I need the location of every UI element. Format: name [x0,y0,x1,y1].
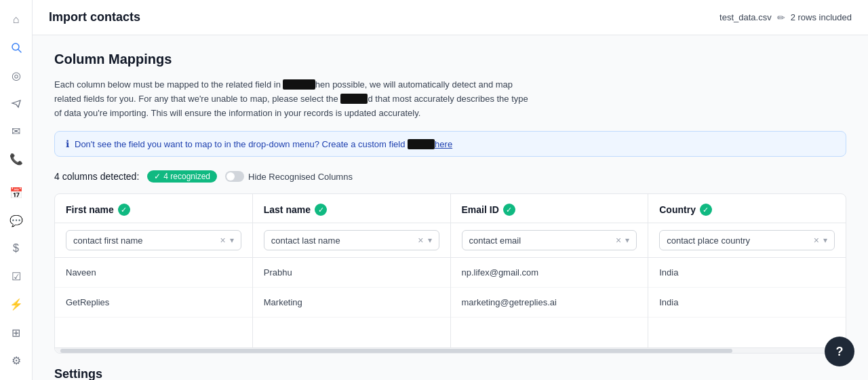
table-row: Marketing [253,288,450,318]
header: Import contacts test_data.csv ✏ 2 rows i… [33,0,868,35]
chat-icon[interactable]: 💬 [4,210,28,232]
columns-label: 4 columns detected: [54,171,139,182]
column-country: Country ✓ contact place country × ▾ Indi… [648,194,846,347]
phone-icon[interactable]: 📞 [4,148,28,170]
column-email-id: Email ID ✓ contact email × ▾ np.lifex@gm… [451,194,649,347]
col-header-email: Email ID ✓ [451,194,648,223]
edit-icon[interactable]: ✏ [777,12,785,23]
select-value-last-name: contact last name [271,235,414,246]
rows-included: 2 rows included [791,12,852,22]
col-header-last-name: Last name ✓ [253,194,450,223]
main-content: Import contacts test_data.csv ✏ 2 rows i… [33,0,868,380]
select-value-email: contact email [469,235,612,246]
select-value-first-name: contact first name [73,235,216,246]
col-empty-email [451,318,648,347]
col-header-first-name: First name ✓ [55,194,252,223]
grid-icon[interactable]: ⊞ [4,322,28,344]
col-select-country[interactable]: contact place country × ▾ [648,223,846,258]
search-icon[interactable] [4,36,28,58]
table-row: India [648,288,846,318]
col-select-last-name[interactable]: contact last name × ▾ [253,223,450,258]
info-icon: ℹ [66,138,69,149]
select-value-country: contact place country [667,235,810,246]
header-right: test_data.csv ✏ 2 rows included [719,12,852,23]
select-clear-last-name[interactable]: × [418,235,423,246]
col-empty-first-name [55,318,252,347]
check-mark: ✓ [154,172,161,181]
section-title: Column Mappings [54,52,846,67]
info-text: Don't see the field you want to map to i… [75,139,452,149]
select-clear-first-name[interactable]: × [220,235,226,246]
col-title-last-name: Last name [264,204,311,215]
col-title-first-name: First name [66,204,114,215]
settings-title: Settings [54,367,846,380]
select-arrow-country[interactable]: ▾ [823,235,827,245]
recognized-badge: ✓ 4 recognized [147,170,217,183]
select-wrapper-first-name[interactable]: contact first name × ▾ [66,230,241,250]
info-redacted [408,139,435,149]
sidebar: ⌂ ◎ ✉ 📞 📅 💬 $ ☑ ⚡ ⊞ ⚙ [0,0,33,380]
col-check-email: ✓ [503,204,515,216]
select-arrow-email[interactable]: ▾ [625,235,629,245]
hide-label: Hide Recognised Columns [248,172,353,182]
col-check-last-name: ✓ [315,204,327,216]
bolt-icon[interactable]: ⚡ [4,293,28,316]
col-select-email[interactable]: contact email × ▾ [451,223,648,258]
table-row: Naveen [55,258,252,288]
col-empty-last-name [253,318,450,347]
select-clear-email[interactable]: × [616,235,621,246]
select-wrapper-country[interactable]: contact place country × ▾ [659,230,835,250]
columns-header: 4 columns detected: ✓ 4 recognized Hide … [54,170,846,183]
info-here[interactable]: here [435,139,452,149]
file-name: test_data.csv [719,12,772,22]
toggle-knob [226,172,235,180]
scroll-track[interactable] [55,347,846,353]
select-arrow-first-name[interactable]: ▾ [230,235,234,245]
col-empty-country [648,318,846,347]
dollar-icon[interactable]: $ [4,238,28,260]
settings-icon[interactable]: ⚙ [4,349,28,372]
activity-icon[interactable]: ◎ [4,64,28,86]
mapping-table: First name ✓ contact first name × ▾ Nave… [55,194,846,347]
table-row: GetReplies [55,288,252,318]
col-title-email: Email ID [462,204,499,215]
recognized-count: 4 recognized [163,172,210,181]
hide-toggle[interactable]: Hide Recognised Columns [225,171,353,182]
page-title: Import contacts [49,10,140,24]
svg-line-1 [18,50,21,52]
col-select-first-name[interactable]: contact first name × ▾ [55,223,252,258]
select-wrapper-email[interactable]: contact email × ▾ [462,230,637,250]
description: Each column below must be mapped to the … [54,78,529,120]
col-check-first-name: ✓ [118,204,130,216]
tasks-icon[interactable]: ☑ [4,265,28,288]
col-header-country: Country ✓ [648,194,846,223]
home-icon[interactable]: ⌂ [4,8,28,31]
mapping-table-container: First name ✓ contact first name × ▾ Nave… [54,193,846,354]
table-row: marketing@getreplies.ai [451,288,648,318]
campaign-icon[interactable] [4,92,28,115]
col-title-country: Country [659,204,696,215]
table-row: India [648,258,846,288]
redacted-2 [340,94,368,104]
calendar-icon[interactable]: 📅 [4,181,28,204]
scroll-thumb [60,349,732,353]
toggle-switch[interactable] [225,171,244,182]
table-row: Prabhu [253,258,450,288]
column-first-name: First name ✓ contact first name × ▾ Nave… [55,194,253,347]
help-button[interactable]: ? [825,337,854,366]
column-last-name: Last name ✓ contact last name × ▾ Prabhu… [253,194,451,347]
table-row: np.lifex@gmail.com [451,258,648,288]
content-area: Column Mappings Each column below must b… [33,35,868,380]
redacted-1 [283,79,315,90]
mail-icon[interactable]: ✉ [4,120,28,142]
select-arrow-last-name[interactable]: ▾ [428,235,432,245]
select-wrapper-last-name[interactable]: contact last name × ▾ [264,230,439,250]
info-banner: ℹ Don't see the field you want to map to… [54,131,846,157]
select-clear-country[interactable]: × [814,235,819,246]
col-check-country: ✓ [700,204,712,216]
